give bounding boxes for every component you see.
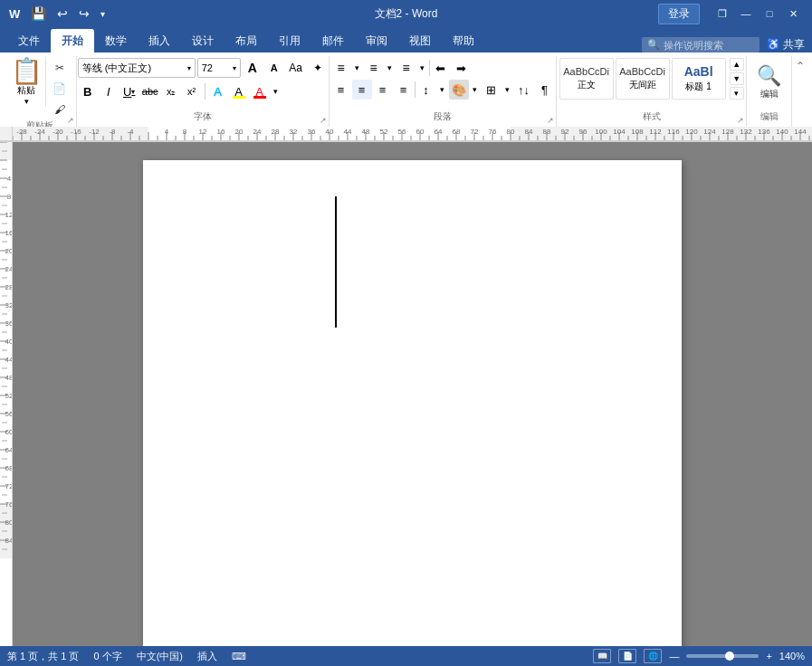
font-color-button[interactable]: A	[250, 81, 270, 101]
font-size-selector[interactable]: 72 ▾	[197, 58, 241, 78]
font-name-row: 等线 (中文正文) ▾ 72 ▾ A A Aa ✦	[78, 58, 328, 78]
tab-mailings[interactable]: 邮件	[311, 29, 355, 52]
increase-indent-button[interactable]: ➡	[452, 58, 472, 78]
zoom-minus[interactable]: —	[669, 651, 679, 661]
style-scroll-up[interactable]: ▲	[730, 58, 744, 71]
share-button[interactable]: ♿ 共享	[767, 37, 805, 52]
tab-file[interactable]: 文件	[7, 29, 51, 52]
zoom-plus[interactable]: +	[766, 651, 771, 661]
style-more-button[interactable]: ▾	[730, 87, 744, 100]
tab-help[interactable]: 帮助	[442, 29, 485, 52]
paragraph-expand[interactable]: ↗	[547, 116, 554, 125]
tab-review[interactable]: 审阅	[355, 29, 398, 52]
tab-layout[interactable]: 布局	[224, 29, 268, 52]
bullet-list-button[interactable]: ≡	[331, 58, 351, 78]
shading-button[interactable]: 🎨	[449, 80, 469, 100]
font-color-dropdown[interactable]: ▾	[271, 81, 282, 101]
search-input[interactable]	[664, 40, 754, 51]
read-mode-button[interactable]: 📖	[593, 649, 611, 663]
font-size-dropdown[interactable]: ▾	[233, 64, 236, 72]
document-page[interactable]	[143, 160, 682, 646]
font-group-content: 等线 (中文正文) ▾ 72 ▾ A A Aa ✦ B I U ▾	[78, 58, 328, 110]
change-case-button[interactable]: Aa	[286, 58, 306, 78]
style-no-spacing[interactable]: AaBbCcDi 无间距	[616, 58, 670, 100]
italic-button[interactable]: I	[99, 81, 119, 101]
font-format-row: B I U ▾ abc x₂ x² A A A ▾	[78, 81, 282, 101]
ribbon: 📋 粘贴 ▾ ✂ 📄 🖌 剪贴板 ↗ 等线 (中文正文)	[0, 52, 812, 142]
multilevel-list-button[interactable]: ≡	[396, 58, 416, 78]
tab-design[interactable]: 设计	[181, 29, 224, 52]
copy-button[interactable]: 📄	[48, 79, 72, 99]
align-center-button[interactable]: ≡	[352, 80, 372, 100]
print-layout-button[interactable]: 📄	[618, 649, 636, 663]
restore-button[interactable]: ❐	[711, 4, 734, 24]
highlight-color-button[interactable]: A	[229, 81, 249, 101]
customize-quick-btn[interactable]: ▾	[97, 7, 109, 21]
style-heading1[interactable]: AaBl 标题 1	[672, 58, 726, 100]
line-spacing-button[interactable]: ↕	[416, 80, 436, 100]
minimize-button[interactable]: —	[734, 4, 758, 24]
tab-math[interactable]: 数学	[94, 29, 138, 52]
web-layout-button[interactable]: 🌐	[644, 649, 662, 663]
font-size-decrease-button[interactable]: A	[264, 58, 284, 78]
search-box[interactable]: 🔍	[642, 37, 759, 52]
underline-button[interactable]: U ▾	[119, 81, 139, 101]
word-count: 0 个字	[93, 650, 121, 663]
bold-button[interactable]: B	[78, 81, 98, 101]
tab-view[interactable]: 视图	[398, 29, 442, 52]
text-effect-button[interactable]: A	[208, 81, 228, 101]
tab-references[interactable]: 引用	[268, 29, 311, 52]
style-scroll-down[interactable]: ▼	[730, 72, 744, 85]
borders-dropdown[interactable]: ▾	[502, 80, 513, 100]
paste-button[interactable]: 📋 粘贴 ▾	[8, 58, 46, 107]
style-normal[interactable]: AaBbCcDi 正文	[559, 58, 614, 100]
superscript-button[interactable]: x²	[182, 81, 202, 101]
close-button[interactable]: ✕	[781, 4, 805, 24]
multilevel-list-dropdown[interactable]: ▾	[417, 58, 428, 78]
strikethrough-button[interactable]: abc	[140, 81, 160, 101]
zoom-level[interactable]: 140%	[779, 651, 805, 661]
bullet-list-dropdown[interactable]: ▾	[352, 58, 363, 78]
document-area[interactable]	[13, 142, 812, 646]
numbered-list-button[interactable]: ≡	[364, 58, 384, 78]
save-quick-btn[interactable]: 💾	[27, 5, 50, 23]
language: 中文(中国)	[137, 650, 183, 663]
cut-button[interactable]: ✂	[48, 58, 72, 78]
style-scroll: ▲ ▼ ▾	[730, 58, 744, 100]
numbered-list-dropdown[interactable]: ▾	[385, 58, 396, 78]
font-name-selector[interactable]: 等线 (中文正文) ▾	[78, 58, 196, 78]
font-size-increase-button[interactable]: A	[243, 58, 263, 78]
font-expand[interactable]: ↗	[320, 116, 327, 125]
styles-expand[interactable]: ↗	[737, 116, 744, 125]
shading-dropdown[interactable]: ▾	[470, 80, 481, 100]
clipboard-expand[interactable]: ↗	[67, 116, 74, 125]
line-spacing-dropdown[interactable]: ▾	[437, 80, 448, 100]
align-right-button[interactable]: ≡	[373, 80, 393, 100]
font-name-dropdown[interactable]: ▾	[187, 64, 191, 72]
redo-quick-btn[interactable]: ↪	[75, 5, 93, 23]
paragraph-group-content: ≡ ▾ ≡ ▾ ≡ ▾ ⬅ ➡ ≡ ≡ ≡ ≡ ↕ ▾	[331, 58, 555, 110]
editing-button[interactable]: 🔍 编辑	[753, 58, 785, 107]
paste-dropdown[interactable]: ▾	[24, 97, 29, 106]
ribbon-collapse-btn[interactable]: ⌃	[792, 56, 808, 127]
tab-insert[interactable]: 插入	[138, 29, 181, 52]
align-left-button[interactable]: ≡	[331, 80, 351, 100]
maximize-button[interactable]: □	[758, 4, 781, 24]
show-formatting-button[interactable]: ¶	[535, 80, 555, 100]
tab-home[interactable]: 开始	[51, 29, 94, 52]
zoom-slider[interactable]	[686, 654, 759, 658]
page-info: 第 1 页，共 1 页	[7, 650, 79, 663]
subscript-button[interactable]: x₂	[161, 81, 181, 101]
borders-button[interactable]: ⊞	[482, 80, 502, 100]
text-cursor	[335, 196, 337, 328]
clear-format-button[interactable]: ✦	[308, 58, 328, 78]
login-button[interactable]: 登录	[658, 4, 700, 24]
decrease-indent-button[interactable]: ⬅	[431, 58, 451, 78]
edit-mode: 插入	[197, 650, 217, 663]
sort-button[interactable]: ↑↓	[514, 80, 534, 100]
justify-button[interactable]: ≡	[394, 80, 414, 100]
style-heading1-label: 标题 1	[685, 81, 711, 93]
status-bar: 第 1 页，共 1 页 0 个字 中文(中国) 插入 ⌨ 📖 📄 🌐 — + 1…	[0, 646, 812, 666]
undo-quick-btn[interactable]: ↩	[53, 5, 72, 23]
main-area	[0, 142, 812, 646]
